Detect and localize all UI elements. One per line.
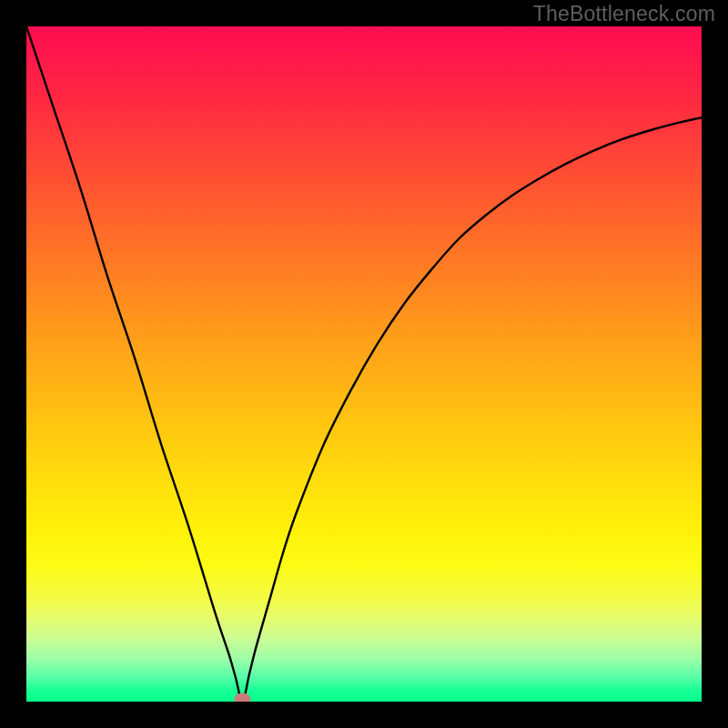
plot-area xyxy=(26,26,702,702)
chart-frame: TheBottleneck.com xyxy=(0,0,728,728)
gradient-background xyxy=(26,26,702,702)
watermark-text: TheBottleneck.com xyxy=(533,2,715,26)
chart-svg xyxy=(26,26,702,702)
